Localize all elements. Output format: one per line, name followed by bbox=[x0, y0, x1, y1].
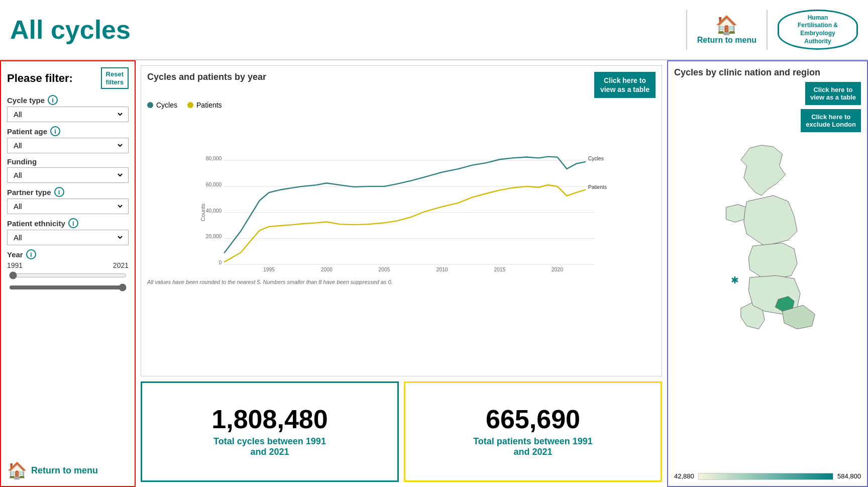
svg-text:1995: 1995 bbox=[263, 267, 275, 273]
svg-text:2005: 2005 bbox=[379, 267, 390, 273]
year-slider-container bbox=[7, 271, 129, 294]
total-patients-box: 665,690 Total patients between 1991and 2… bbox=[404, 381, 662, 482]
cycle-type-label: Cycle type bbox=[7, 96, 45, 105]
chart-view-table-button[interactable]: Click here toview as a table bbox=[594, 72, 656, 98]
sidebar: Please filter: Resetfilters Cycle type i… bbox=[0, 60, 136, 487]
year-min-value: 1991 bbox=[7, 261, 23, 269]
header-divider-2 bbox=[767, 10, 768, 50]
patient-age-filter: Patient age i All bbox=[7, 126, 129, 153]
patient-age-label: Patient age bbox=[7, 127, 47, 136]
cycle-type-info-icon[interactable]: i bbox=[48, 95, 58, 105]
scotland-region[interactable] bbox=[741, 145, 786, 196]
cycle-type-label-row: Cycle type i bbox=[7, 95, 129, 105]
total-cycles-number: 1,808,480 bbox=[211, 406, 328, 432]
svg-text:Cycles: Cycles bbox=[588, 156, 604, 161]
cycle-type-filter: Cycle type i All bbox=[7, 95, 129, 122]
year-slider-min[interactable] bbox=[9, 271, 127, 279]
return-menu-top-link[interactable]: 🏠 Return to menu bbox=[697, 15, 756, 45]
map-exclude-london-button[interactable]: Click here toexclude London bbox=[801, 109, 861, 132]
svg-text:0: 0 bbox=[219, 260, 222, 266]
patients-line bbox=[224, 185, 586, 262]
patient-age-info-icon[interactable]: i bbox=[50, 126, 60, 136]
funding-select-wrapper[interactable]: All bbox=[7, 167, 129, 183]
funding-label: Funding bbox=[7, 157, 37, 166]
svg-text:Patients: Patients bbox=[588, 184, 607, 190]
svg-text:60,000: 60,000 bbox=[206, 182, 222, 187]
patient-age-select-wrapper[interactable]: All bbox=[7, 138, 129, 153]
england-midlands-region[interactable] bbox=[748, 243, 797, 278]
year-values: 1991 2021 bbox=[7, 261, 129, 269]
england-north-region[interactable] bbox=[744, 196, 797, 246]
cycle-type-select-wrapper[interactable]: All bbox=[7, 107, 129, 122]
legend-patients-label: Patients bbox=[196, 101, 222, 109]
right-panel: Cycles by clinic nation and region Click… bbox=[667, 60, 868, 487]
reset-filters-button[interactable]: Resetfilters bbox=[101, 67, 129, 89]
partner-type-label: Partner type bbox=[7, 188, 51, 197]
partner-type-info-icon[interactable]: i bbox=[54, 187, 64, 197]
return-menu-top-label: Return to menu bbox=[697, 36, 756, 45]
chart-title: Cycles and patients by year bbox=[147, 72, 266, 82]
return-menu-bottom-label: Return to menu bbox=[31, 465, 98, 476]
legend-patients-dot bbox=[187, 102, 193, 108]
patient-age-select[interactable]: All bbox=[12, 141, 124, 150]
patient-ethnicity-info-icon[interactable]: i bbox=[68, 218, 78, 228]
partner-type-label-row: Partner type i bbox=[7, 187, 129, 197]
partner-type-select[interactable]: All bbox=[12, 202, 124, 211]
header-right: 🏠 Return to menu HumanFertilisation &Emb… bbox=[686, 10, 858, 50]
return-menu-bottom-link[interactable]: 🏠 Return to menu bbox=[7, 457, 129, 480]
funding-select[interactable]: All bbox=[12, 170, 124, 180]
patient-ethnicity-select[interactable]: All bbox=[12, 233, 124, 242]
svg-text:2000: 2000 bbox=[321, 267, 333, 273]
cycle-type-select[interactable]: All bbox=[12, 110, 124, 119]
center-panel: Cycles and patients by year Click here t… bbox=[136, 60, 667, 487]
year-filter: Year i 1991 2021 bbox=[7, 249, 129, 294]
filter-header: Please filter: Resetfilters bbox=[7, 67, 129, 89]
total-patients-number: 665,690 bbox=[486, 406, 580, 432]
uk-map-svg: ✱ bbox=[674, 136, 861, 468]
year-slider-max[interactable] bbox=[9, 283, 127, 291]
map-legend-max: 584,800 bbox=[837, 472, 861, 480]
patient-ethnicity-label-row: Patient ethnicity i bbox=[7, 218, 129, 228]
map-legend-bar bbox=[698, 473, 833, 480]
year-info-icon[interactable]: i bbox=[26, 249, 36, 259]
funding-filter: Funding All bbox=[7, 157, 129, 183]
patient-ethnicity-filter: Patient ethnicity i All bbox=[7, 218, 129, 245]
hfea-logo-text: HumanFertilisation &EmbryologyAuthority bbox=[798, 14, 838, 45]
patient-ethnicity-label: Patient ethnicity bbox=[7, 219, 65, 228]
chart-note: All values have been rounded to the near… bbox=[147, 279, 656, 285]
chart-header: Cycles and patients by year Click here t… bbox=[147, 72, 656, 98]
legend-cycles-label: Cycles bbox=[156, 101, 177, 109]
legend-cycles-dot bbox=[147, 102, 153, 108]
stats-row: 1,808,480 Total cycles between 1991and 2… bbox=[141, 381, 662, 482]
map-legend: 42,880 584,800 bbox=[674, 472, 861, 480]
patient-ethnicity-select-wrapper[interactable]: All bbox=[7, 230, 129, 245]
chart-svg: 0 20,000 40,000 60,000 80,000 Counts 199… bbox=[147, 113, 656, 274]
northern-ireland-region[interactable] bbox=[726, 205, 746, 222]
chart-container: Cycles and patients by year Click here t… bbox=[141, 65, 662, 376]
map-view-table-button[interactable]: Click here toview as a table bbox=[805, 82, 861, 105]
year-label-row: Year i bbox=[7, 249, 129, 259]
house-icon-top: 🏠 bbox=[715, 15, 738, 36]
funding-label-row: Funding bbox=[7, 157, 129, 166]
house-icon-bottom: 🏠 bbox=[7, 461, 27, 480]
legend-patients: Patients bbox=[187, 101, 222, 109]
partner-type-filter: Partner type i All bbox=[7, 187, 129, 214]
map-legend-min: 42,880 bbox=[674, 472, 694, 480]
total-cycles-box: 1,808,480 Total cycles between 1991and 2… bbox=[141, 381, 399, 482]
svg-text:2015: 2015 bbox=[494, 267, 505, 273]
svg-text:20,000: 20,000 bbox=[206, 234, 222, 240]
page-title: All cycles bbox=[10, 15, 131, 45]
year-max-value: 2021 bbox=[113, 261, 129, 269]
map-star-marker: ✱ bbox=[731, 275, 739, 285]
svg-text:80,000: 80,000 bbox=[206, 156, 222, 161]
main-content: Please filter: Resetfilters Cycle type i… bbox=[0, 60, 868, 487]
legend-cycles: Cycles bbox=[147, 101, 177, 109]
partner-type-select-wrapper[interactable]: All bbox=[7, 199, 129, 214]
filter-title: Please filter: bbox=[7, 72, 73, 85]
total-patients-label: Total patients between 1991and 2021 bbox=[473, 436, 593, 457]
svg-text:2010: 2010 bbox=[436, 267, 448, 273]
svg-text:2020: 2020 bbox=[552, 267, 563, 273]
year-label: Year bbox=[7, 250, 23, 259]
patient-age-label-row: Patient age i bbox=[7, 126, 129, 136]
total-cycles-label: Total cycles between 1991and 2021 bbox=[213, 436, 326, 457]
